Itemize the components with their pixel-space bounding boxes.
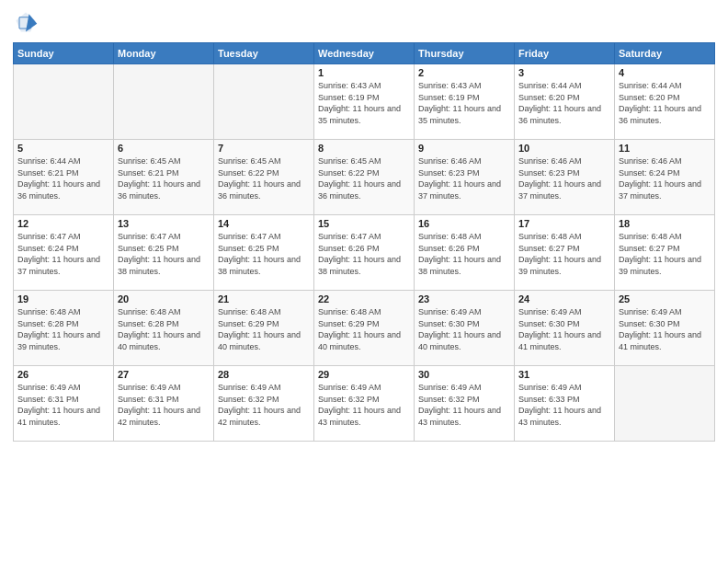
calendar-cell: 28Sunrise: 6:49 AMSunset: 6:32 PMDayligh… xyxy=(214,366,314,442)
day-number: 22 xyxy=(318,293,410,304)
day-number: 7 xyxy=(218,143,310,154)
calendar-cell: 15Sunrise: 6:47 AMSunset: 6:26 PMDayligh… xyxy=(314,215,415,291)
day-info: Sunrise: 6:49 AMSunset: 6:30 PMDaylight:… xyxy=(418,306,510,352)
day-number: 11 xyxy=(619,143,711,154)
weekday-header-thursday: Thursday xyxy=(415,43,515,64)
calendar-cell: 26Sunrise: 6:49 AMSunset: 6:31 PMDayligh… xyxy=(14,366,114,442)
calendar-cell: 31Sunrise: 6:49 AMSunset: 6:33 PMDayligh… xyxy=(515,366,615,442)
day-info: Sunrise: 6:44 AMSunset: 6:21 PMDaylight:… xyxy=(17,155,109,201)
calendar-cell: 1Sunrise: 6:43 AMSunset: 6:19 PMDaylight… xyxy=(314,64,415,140)
calendar-week-row: 26Sunrise: 6:49 AMSunset: 6:31 PMDayligh… xyxy=(14,366,715,442)
calendar-cell: 14Sunrise: 6:47 AMSunset: 6:25 PMDayligh… xyxy=(214,215,314,291)
day-info: Sunrise: 6:47 AMSunset: 6:26 PMDaylight:… xyxy=(318,231,410,277)
day-info: Sunrise: 6:48 AMSunset: 6:27 PMDaylight:… xyxy=(518,231,610,277)
calendar-cell: 25Sunrise: 6:49 AMSunset: 6:30 PMDayligh… xyxy=(615,291,715,366)
day-number: 30 xyxy=(418,369,510,380)
day-number: 19 xyxy=(17,293,109,304)
calendar-cell: 4Sunrise: 6:44 AMSunset: 6:20 PMDaylight… xyxy=(615,64,715,140)
day-number: 23 xyxy=(418,293,510,304)
day-info: Sunrise: 6:47 AMSunset: 6:24 PMDaylight:… xyxy=(17,231,109,277)
day-info: Sunrise: 6:44 AMSunset: 6:20 PMDaylight:… xyxy=(619,80,711,126)
day-info: Sunrise: 6:43 AMSunset: 6:19 PMDaylight:… xyxy=(418,80,510,126)
calendar-cell: 13Sunrise: 6:47 AMSunset: 6:25 PMDayligh… xyxy=(114,215,214,291)
calendar-cell: 10Sunrise: 6:46 AMSunset: 6:23 PMDayligh… xyxy=(515,140,615,215)
day-number: 15 xyxy=(318,218,410,229)
day-info: Sunrise: 6:49 AMSunset: 6:33 PMDaylight:… xyxy=(518,382,610,428)
day-number: 10 xyxy=(518,143,610,154)
day-number: 3 xyxy=(518,67,610,78)
calendar-cell: 19Sunrise: 6:48 AMSunset: 6:28 PMDayligh… xyxy=(14,291,114,366)
day-number: 28 xyxy=(218,369,310,380)
calendar-cell: 7Sunrise: 6:45 AMSunset: 6:22 PMDaylight… xyxy=(214,140,314,215)
calendar-cell: 2Sunrise: 6:43 AMSunset: 6:19 PMDaylight… xyxy=(415,64,515,140)
day-info: Sunrise: 6:47 AMSunset: 6:25 PMDaylight:… xyxy=(218,231,310,277)
day-number: 21 xyxy=(218,293,310,304)
day-info: Sunrise: 6:45 AMSunset: 6:22 PMDaylight:… xyxy=(318,155,410,201)
day-info: Sunrise: 6:49 AMSunset: 6:31 PMDaylight:… xyxy=(118,382,210,428)
day-info: Sunrise: 6:44 AMSunset: 6:20 PMDaylight:… xyxy=(518,80,610,126)
page: SundayMondayTuesdayWednesdayThursdayFrid… xyxy=(0,0,728,563)
weekday-header-sunday: Sunday xyxy=(14,43,114,64)
day-info: Sunrise: 6:43 AMSunset: 6:19 PMDaylight:… xyxy=(318,80,410,126)
calendar-cell: 24Sunrise: 6:49 AMSunset: 6:30 PMDayligh… xyxy=(515,291,615,366)
weekday-header-wednesday: Wednesday xyxy=(314,43,415,64)
day-number: 25 xyxy=(619,293,711,304)
day-number: 5 xyxy=(17,143,109,154)
calendar-cell: 9Sunrise: 6:46 AMSunset: 6:23 PMDaylight… xyxy=(415,140,515,215)
logo xyxy=(13,9,42,35)
day-number: 26 xyxy=(17,369,109,380)
day-number: 24 xyxy=(518,293,610,304)
weekday-header-monday: Monday xyxy=(114,43,214,64)
day-number: 4 xyxy=(619,67,711,78)
day-info: Sunrise: 6:49 AMSunset: 6:30 PMDaylight:… xyxy=(619,306,711,352)
day-info: Sunrise: 6:48 AMSunset: 6:27 PMDaylight:… xyxy=(619,231,711,277)
calendar-cell: 8Sunrise: 6:45 AMSunset: 6:22 PMDaylight… xyxy=(314,140,415,215)
day-info: Sunrise: 6:48 AMSunset: 6:28 PMDaylight:… xyxy=(118,306,210,352)
day-number: 6 xyxy=(118,143,210,154)
day-number: 18 xyxy=(619,218,711,229)
day-info: Sunrise: 6:49 AMSunset: 6:32 PMDaylight:… xyxy=(418,382,510,428)
calendar-table: SundayMondayTuesdayWednesdayThursdayFrid… xyxy=(13,42,715,442)
logo-icon xyxy=(13,9,39,35)
day-number: 27 xyxy=(118,369,210,380)
day-info: Sunrise: 6:46 AMSunset: 6:23 PMDaylight:… xyxy=(418,155,510,201)
calendar-cell: 27Sunrise: 6:49 AMSunset: 6:31 PMDayligh… xyxy=(114,366,214,442)
day-info: Sunrise: 6:48 AMSunset: 6:26 PMDaylight:… xyxy=(418,231,510,277)
day-info: Sunrise: 6:48 AMSunset: 6:28 PMDaylight:… xyxy=(17,306,109,352)
day-number: 12 xyxy=(17,218,109,229)
day-info: Sunrise: 6:49 AMSunset: 6:32 PMDaylight:… xyxy=(318,382,410,428)
day-info: Sunrise: 6:46 AMSunset: 6:23 PMDaylight:… xyxy=(518,155,610,201)
calendar-cell: 6Sunrise: 6:45 AMSunset: 6:21 PMDaylight… xyxy=(114,140,214,215)
calendar-cell xyxy=(214,64,314,140)
day-info: Sunrise: 6:49 AMSunset: 6:32 PMDaylight:… xyxy=(218,382,310,428)
day-number: 20 xyxy=(118,293,210,304)
day-info: Sunrise: 6:49 AMSunset: 6:31 PMDaylight:… xyxy=(17,382,109,428)
day-number: 8 xyxy=(318,143,410,154)
day-info: Sunrise: 6:45 AMSunset: 6:21 PMDaylight:… xyxy=(118,155,210,201)
calendar-week-row: 12Sunrise: 6:47 AMSunset: 6:24 PMDayligh… xyxy=(14,215,715,291)
calendar-cell: 23Sunrise: 6:49 AMSunset: 6:30 PMDayligh… xyxy=(415,291,515,366)
calendar-cell: 5Sunrise: 6:44 AMSunset: 6:21 PMDaylight… xyxy=(14,140,114,215)
day-number: 13 xyxy=(118,218,210,229)
calendar-cell: 30Sunrise: 6:49 AMSunset: 6:32 PMDayligh… xyxy=(415,366,515,442)
day-info: Sunrise: 6:48 AMSunset: 6:29 PMDaylight:… xyxy=(218,306,310,352)
calendar-cell: 17Sunrise: 6:48 AMSunset: 6:27 PMDayligh… xyxy=(515,215,615,291)
day-info: Sunrise: 6:46 AMSunset: 6:24 PMDaylight:… xyxy=(619,155,711,201)
calendar-cell: 16Sunrise: 6:48 AMSunset: 6:26 PMDayligh… xyxy=(415,215,515,291)
calendar-cell: 22Sunrise: 6:48 AMSunset: 6:29 PMDayligh… xyxy=(314,291,415,366)
day-number: 17 xyxy=(518,218,610,229)
day-info: Sunrise: 6:47 AMSunset: 6:25 PMDaylight:… xyxy=(118,231,210,277)
header xyxy=(13,9,715,35)
day-number: 14 xyxy=(218,218,310,229)
day-number: 29 xyxy=(318,369,410,380)
day-number: 31 xyxy=(518,369,610,380)
day-info: Sunrise: 6:49 AMSunset: 6:30 PMDaylight:… xyxy=(518,306,610,352)
calendar-week-row: 1Sunrise: 6:43 AMSunset: 6:19 PMDaylight… xyxy=(14,64,715,140)
calendar-cell xyxy=(14,64,114,140)
calendar-cell xyxy=(615,366,715,442)
calendar-week-row: 5Sunrise: 6:44 AMSunset: 6:21 PMDaylight… xyxy=(14,140,715,215)
day-number: 16 xyxy=(418,218,510,229)
day-number: 2 xyxy=(418,67,510,78)
calendar-week-row: 19Sunrise: 6:48 AMSunset: 6:28 PMDayligh… xyxy=(14,291,715,366)
weekday-header-row: SundayMondayTuesdayWednesdayThursdayFrid… xyxy=(14,43,715,64)
